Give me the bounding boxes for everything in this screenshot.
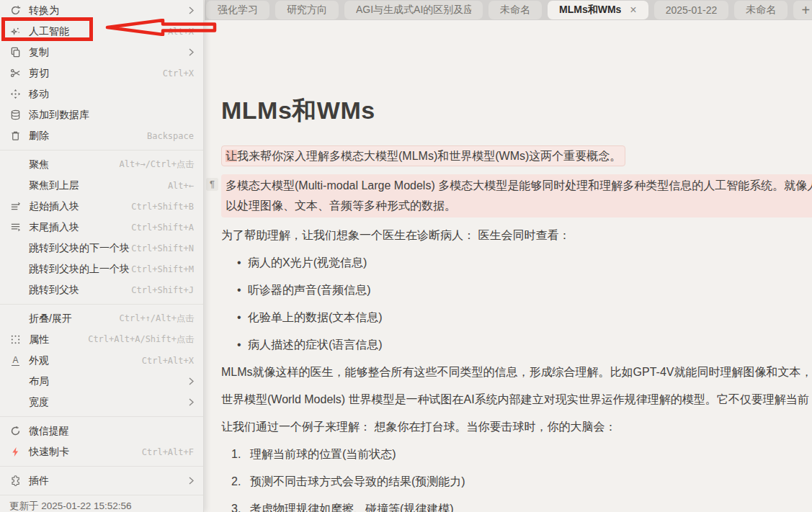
- list-item[interactable]: • 听诊器的声音(音频信息): [221, 280, 812, 300]
- menu-item-delete[interactable]: 删除 Backspace: [0, 125, 203, 146]
- list-item-text: 理解当前球的位置(当前状态): [250, 444, 396, 464]
- menu-item-appearance[interactable]: A 外观 Ctrl+Alt+X: [0, 350, 203, 371]
- menu-shortcut: Ctrl+Shift+J: [131, 285, 194, 295]
- ordered-list-item[interactable]: 3. 考虑物理规律如摩擦、碰撞等(规律建模): [221, 499, 812, 512]
- menu-item-label: 转换为: [29, 4, 59, 17]
- menu-item-label: 末尾插入块: [29, 221, 79, 234]
- menu-divider: [0, 150, 203, 151]
- menu-item-copy[interactable]: 复制: [0, 42, 203, 63]
- highlighted-paragraph: 让我来帮你深入理解多模态大模型(MLMs)和世界模型(WMs)这两个重要概念。: [221, 145, 625, 166]
- ordered-list-item[interactable]: 1. 理解当前球的位置(当前状态): [221, 444, 812, 464]
- list-number: 1.: [231, 444, 250, 464]
- list-item-text: 病人描述的症状(语言信息): [248, 335, 383, 354]
- menu-item-fold-unfold[interactable]: 折叠/展开 Ctrl+↑/Alt+点击: [0, 308, 203, 329]
- paragraph-block-mlm-definition[interactable]: ¶ 多模态大模型(Multi-modal Large Models) 多模态大模…: [221, 174, 812, 217]
- list-item[interactable]: • 病人的X光片(视觉信息): [221, 253, 812, 272]
- paragraph-block-intro[interactable]: 让我来帮你深入理解多模态大模型(MLMs)和世界模型(WMs)这两个重要概念。: [221, 145, 812, 166]
- menu-footer-updated-timestamp: 更新于 2025-01-22 15:52:56: [0, 495, 203, 512]
- tab-label: 强化学习: [218, 4, 258, 17]
- tab-2025-01-22[interactable]: 2025-01-22: [654, 1, 729, 19]
- paragraph-block-mlm-summary[interactable]: MLMs就像这样的医生，能够整合所有这些不同类型的信息，形成综合理解。比如GPT…: [221, 362, 812, 382]
- menu-item-label: 人工智能: [29, 25, 69, 38]
- menu-item-label: 聚焦: [29, 158, 49, 171]
- paragraph-line: 多模态大模型(Multi-modal Large Models) 多模态大模型是…: [226, 176, 812, 196]
- menu-shortcut: Alt+→/Ctrl+点击: [120, 158, 194, 171]
- appearance-a-icon: A: [9, 354, 22, 367]
- menu-item-jump-parent[interactable]: 跳转到父块 Ctrl+Shift+J: [0, 279, 203, 300]
- menu-item-cut[interactable]: 剪切 Ctrl+X: [0, 63, 203, 84]
- new-tab-button[interactable]: +: [793, 1, 812, 19]
- menu-item-label: 外观: [29, 354, 49, 367]
- menu-item-move[interactable]: 移动: [0, 84, 203, 104]
- list-item[interactable]: • 病人描述的症状(语言信息): [221, 335, 812, 354]
- menu-shortcut: Ctrl+↑/Alt+点击: [120, 313, 194, 325]
- menu-item-label: 移动: [29, 88, 49, 101]
- main-area: 强化学习 研究方向 AGI与生成式AI的区别及应 未命名 MLMs和WMs × …: [205, 0, 812, 512]
- menu-item-label: 跳转到父块: [29, 284, 79, 297]
- paragraph-block-billiards-intro[interactable]: 让我们通过一个例子来理解： 想象你在打台球。当你要击球时，你的大脑会：: [221, 417, 812, 436]
- list-item[interactable]: • 化验单上的数据(文本信息): [221, 307, 812, 327]
- menu-shortcut: Alt+X: [168, 27, 194, 37]
- paragraph-line: 以处理图像、文本、音频等多种形式的数据。: [226, 196, 812, 216]
- menu-item-jump-parent-next[interactable]: 跳转到父块的下一个块 Ctrl+Shift+N: [0, 238, 203, 259]
- menu-item-layout[interactable]: 布局: [0, 371, 203, 392]
- menu-item-plugins[interactable]: 插件: [0, 470, 203, 491]
- block-context-menu: 转换为 人工智能 Alt+X 复制 剪切 Ctrl+X 移动: [0, 0, 204, 512]
- menu-item-focus-parent[interactable]: 聚焦到上层 Alt+←: [0, 175, 203, 196]
- tab-mlms-wms-active[interactable]: MLMs和WMs ×: [548, 1, 648, 19]
- menu-item-label: 跳转到父块的上一个块: [29, 263, 130, 276]
- list-number: 3.: [231, 499, 250, 512]
- menu-item-jump-parent-prev[interactable]: 跳转到父块的上一个块 Ctrl+Shift+M: [0, 259, 203, 279]
- tab-agi-vs-genai[interactable]: AGI与生成式AI的区别及应: [344, 1, 483, 19]
- list-item-text: 听诊器的声音(音频信息): [248, 280, 371, 300]
- menu-item-label: 快速制卡: [29, 446, 69, 459]
- menu-item-wechat-reminder[interactable]: 微信提醒: [0, 421, 203, 441]
- tab-qianghua-xuexi[interactable]: 强化学习: [206, 1, 269, 19]
- plugin-icon: [9, 475, 22, 487]
- cursor-char-highlight: 让: [226, 150, 237, 162]
- bullet-icon: •: [237, 307, 248, 327]
- tab-close-icon[interactable]: ×: [630, 4, 636, 16]
- menu-item-label: 布局: [29, 375, 49, 388]
- menu-item-add-to-database[interactable]: 添加到数据库: [0, 104, 203, 125]
- lightning-icon: [9, 446, 22, 458]
- paragraph-block-wm-definition[interactable]: 世界模型(World Models) 世界模型是一种试图在AI系统内部建立对现实…: [221, 390, 812, 409]
- sparkles-icon: [9, 25, 22, 37]
- tab-untitled-1[interactable]: 未命名: [488, 1, 542, 19]
- menu-item-ai[interactable]: 人工智能 Alt+X: [0, 21, 203, 42]
- list-item-text: 病人的X光片(视觉信息): [248, 253, 367, 272]
- database-icon: [9, 109, 22, 121]
- list-number: 2.: [231, 472, 250, 491]
- menu-item-width[interactable]: 宽度: [0, 392, 203, 413]
- menu-shortcut: Ctrl+Shift+N: [131, 243, 194, 253]
- menu-item-insert-block-end[interactable]: 末尾插入块 Ctrl+Shift+A: [0, 217, 203, 238]
- menu-divider: [0, 466, 203, 467]
- menu-item-insert-block-start[interactable]: 起始插入块 Ctrl+Shift+B: [0, 196, 203, 217]
- menu-item-attributes[interactable]: 属性 Ctrl+Alt+A/Shift+点击: [0, 329, 203, 350]
- menu-shortcut: Alt+←: [168, 181, 194, 191]
- tab-label: 未命名: [500, 4, 530, 17]
- menu-item-quick-flashcard[interactable]: 快速制卡 Ctrl+Alt+F: [0, 441, 203, 462]
- paragraph-block-doctor-analogy[interactable]: 为了帮助理解，让我们想象一个医生在诊断病人： 医生会同时查看：: [221, 225, 812, 245]
- menu-item-label: 复制: [29, 46, 49, 59]
- document-editor: MLMs和WMs 让我来帮你深入理解多模态大模型(MLMs)和世界模型(WMs)…: [205, 20, 812, 512]
- bullet-icon: •: [237, 335, 248, 354]
- tab-yanjiu-fangxiang[interactable]: 研究方向: [275, 1, 339, 19]
- chevron-right-icon: [189, 5, 194, 17]
- menu-shortcut: Backspace: [147, 131, 194, 141]
- chevron-right-icon: [189, 376, 194, 387]
- plus-icon: +: [801, 2, 810, 19]
- move-icon: [9, 88, 22, 100]
- tab-label: MLMs和WMs: [559, 4, 621, 17]
- bullet-icon: •: [237, 253, 248, 272]
- list-item-text: 考虑物理规律如摩擦、碰撞等(规律建模): [250, 499, 454, 512]
- menu-divider: [0, 304, 203, 305]
- wechat-reminder-icon: [9, 425, 22, 437]
- doc-title[interactable]: MLMs和WMs: [221, 94, 812, 127]
- menu-shortcut: Ctrl+Alt+X: [142, 356, 194, 366]
- menu-item-focus[interactable]: 聚焦 Alt+→/Ctrl+点击: [0, 154, 203, 175]
- scissors-icon: [9, 67, 22, 79]
- ordered-list-item[interactable]: 2. 预测不同击球方式会导致的结果(预测能力): [221, 472, 812, 491]
- tab-untitled-2[interactable]: 未命名: [734, 1, 788, 19]
- menu-item-convert-to[interactable]: 转换为: [0, 0, 203, 21]
